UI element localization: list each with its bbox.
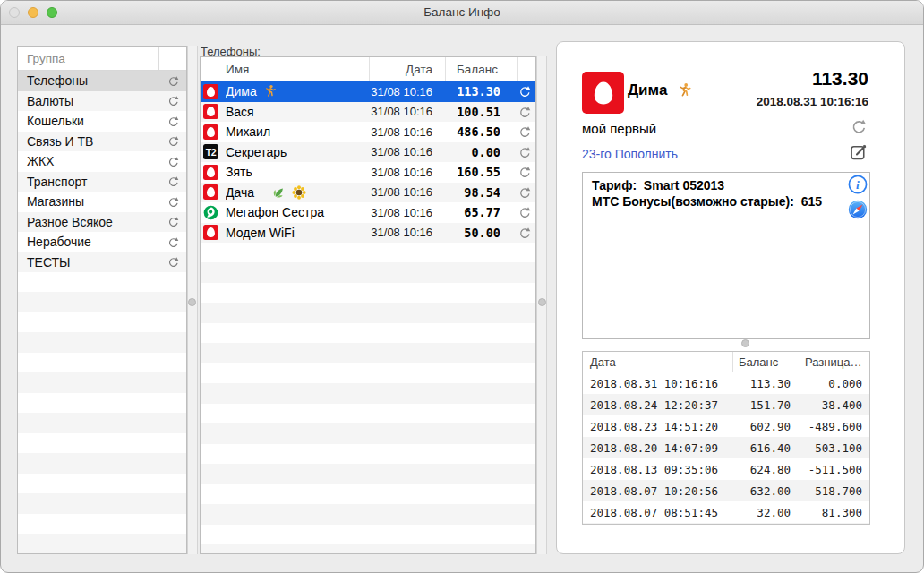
phone-balance: 65.77 xyxy=(445,205,517,219)
runner-icon xyxy=(262,84,277,98)
history-row[interactable]: 2018.08.13 09:35:06 624.80 -511.500 xyxy=(583,458,869,480)
history-table: Дата Баланс Разница… 2018.08.31 10:16:16… xyxy=(582,351,870,525)
sidebar-item-svyaz-i-tv[interactable]: Связь И ТВ xyxy=(18,132,186,152)
history-date: 2018.08.07 08:51:45 xyxy=(583,506,732,519)
sidebar-item-transport[interactable]: Транспорт xyxy=(18,172,186,192)
runner-icon xyxy=(676,82,692,98)
history-row[interactable]: 2018.08.23 14:51:20 602.90 -489.600 xyxy=(583,415,869,437)
sidebar-item-koshelki[interactable]: Кошельки xyxy=(18,111,186,132)
phone-date: 31/08 10:16 xyxy=(369,226,445,239)
phone-date: 31/08 10:16 xyxy=(369,105,445,118)
info-line: Тариф: Smart 052013 xyxy=(592,178,724,192)
title-bar: Баланс Инфо xyxy=(1,1,923,25)
refresh-icon[interactable] xyxy=(167,95,179,107)
sidebar-item-zhkh[interactable]: ЖКХ xyxy=(18,151,186,172)
mts-logo-icon xyxy=(203,225,218,240)
phone-row-dacha[interactable]: Дача 31/08 10:16 98.54 xyxy=(201,183,535,203)
groups-panel: Группа Телефоны Валюты Кошельки Связь И … xyxy=(17,46,187,554)
group-label: Транспорт xyxy=(27,175,87,189)
refresh-icon[interactable] xyxy=(167,216,179,227)
info-icon[interactable] xyxy=(848,175,868,194)
phone-name: Дима xyxy=(226,84,257,98)
history-difference: 81.300 xyxy=(800,506,869,519)
refresh-icon[interactable] xyxy=(167,75,179,87)
edit-icon[interactable] xyxy=(850,142,868,161)
refresh-icon[interactable] xyxy=(167,135,179,147)
window-title: Баланс Инфо xyxy=(1,1,923,24)
refresh-icon[interactable] xyxy=(518,85,531,98)
refresh-icon[interactable] xyxy=(167,196,179,208)
safari-compass-icon[interactable] xyxy=(848,200,868,219)
history-date: 2018.08.20 14:07:09 xyxy=(583,441,732,455)
history-date: 2018.08.07 10:20:56 xyxy=(583,484,732,498)
tariff-info-box[interactable]: Тариф: Smart 052013 МТС Бонусы(возможно … xyxy=(582,172,870,339)
refresh-icon[interactable] xyxy=(851,118,867,134)
herb-icon xyxy=(272,185,287,200)
history-row[interactable]: 2018.08.20 14:07:09 616.40 -503.100 xyxy=(583,437,869,458)
group-label: ТЕСТЫ xyxy=(27,255,70,269)
history-balance: 624.80 xyxy=(732,463,800,476)
phone-row-modem-wifi[interactable]: Модем WiFi 31/08 10:16 50.00 xyxy=(201,223,535,244)
history-date: 2018.08.24 12:20:37 xyxy=(583,398,732,412)
phone-row-mikhail[interactable]: Михаил 31/08 10:16 486.50 xyxy=(201,122,535,142)
splitter-handle[interactable] xyxy=(538,298,546,306)
column-balance[interactable]: Баланс xyxy=(732,352,800,372)
history-difference: -38.400 xyxy=(800,398,869,412)
history-row[interactable]: 2018.08.31 10:16:16 113.30 0.000 xyxy=(583,372,869,394)
phones-panel: Имя Дата Баланс Дима 31/08 10:16 113.30 … xyxy=(200,56,536,554)
refresh-icon[interactable] xyxy=(167,115,179,127)
history-balance: 151.70 xyxy=(732,398,800,412)
splitter-handle[interactable] xyxy=(741,339,749,347)
column-date[interactable]: Дата xyxy=(369,57,445,81)
sidebar-item-nerabochie[interactable]: Нерабочие xyxy=(18,232,186,252)
refresh-icon[interactable] xyxy=(518,186,531,199)
history-date: 2018.08.31 10:16:16 xyxy=(583,377,732,390)
splitter-handle[interactable] xyxy=(188,298,196,306)
sidebar-item-valyuty[interactable]: Валюты xyxy=(18,91,186,112)
history-row[interactable]: 2018.08.07 10:20:56 632.00 -518.700 xyxy=(583,480,869,501)
topup-link[interactable]: 23-го Пополнить xyxy=(582,147,678,161)
mts-logo-icon xyxy=(582,72,624,114)
phone-row-dima[interactable]: Дима 31/08 10:16 113.30 xyxy=(201,81,535,102)
phone-name: Мегафон Сестра xyxy=(226,205,324,219)
history-row[interactable]: 2018.08.07 08:51:45 32.00 81.300 xyxy=(583,501,869,523)
column-difference[interactable]: Разница… xyxy=(800,352,869,372)
refresh-icon[interactable] xyxy=(518,206,531,218)
refresh-icon[interactable] xyxy=(167,236,179,248)
column-balance[interactable]: Баланс xyxy=(445,57,517,81)
refresh-icon[interactable] xyxy=(518,125,531,138)
phone-name: Зять xyxy=(226,165,252,179)
phone-row-sekretar[interactable]: Т2 Секретарь 31/08 10:16 0.00 xyxy=(201,142,535,163)
history-row[interactable]: 2018.08.05 15:04:41 24.40 79.300 xyxy=(583,523,869,525)
refresh-icon[interactable] xyxy=(518,106,531,118)
group-label: Магазины xyxy=(27,194,84,209)
refresh-icon[interactable] xyxy=(518,166,531,178)
phone-row-megafon-sestra[interactable]: Мегафон Сестра 31/08 10:16 65.77 xyxy=(201,202,535,223)
phone-name: Секретарь xyxy=(226,145,287,159)
history-balance: 32.00 xyxy=(732,506,800,519)
group-label: Связь И ТВ xyxy=(27,134,93,149)
phone-name: Дача xyxy=(226,185,254,200)
history-row[interactable]: 2018.08.24 12:20:37 151.70 -38.400 xyxy=(583,394,869,415)
mts-logo-icon xyxy=(203,124,218,140)
sidebar-item-raznoe-vsyakoe[interactable]: Разное Всякое xyxy=(18,212,186,233)
column-name[interactable]: Имя xyxy=(226,57,369,81)
phone-balance: 160.55 xyxy=(445,165,517,179)
column-date[interactable]: Дата xyxy=(583,355,732,369)
refresh-icon[interactable] xyxy=(167,156,179,167)
refresh-icon[interactable] xyxy=(518,227,531,239)
mts-logo-icon xyxy=(203,104,218,119)
refresh-icon[interactable] xyxy=(167,175,179,187)
sidebar-item-telefony[interactable]: Телефоны xyxy=(18,71,186,91)
phone-row-vasya[interactable]: Вася 31/08 10:16 100.51 xyxy=(201,102,535,123)
history-difference: -518.700 xyxy=(800,484,869,498)
refresh-icon[interactable] xyxy=(518,146,531,158)
phone-row-zyat[interactable]: Зять 31/08 10:16 160.55 xyxy=(201,162,535,183)
sidebar-item-testy[interactable]: ТЕСТЫ xyxy=(18,252,186,273)
refresh-icon[interactable] xyxy=(167,256,179,268)
groups-header[interactable]: Группа xyxy=(18,47,186,71)
detail-timestamp: 2018.08.31 10:16:16 xyxy=(757,95,868,108)
detail-balance: 113.30 xyxy=(812,68,868,90)
group-label: Нерабочие xyxy=(27,235,91,249)
sidebar-item-magaziny[interactable]: Магазины xyxy=(18,192,186,212)
